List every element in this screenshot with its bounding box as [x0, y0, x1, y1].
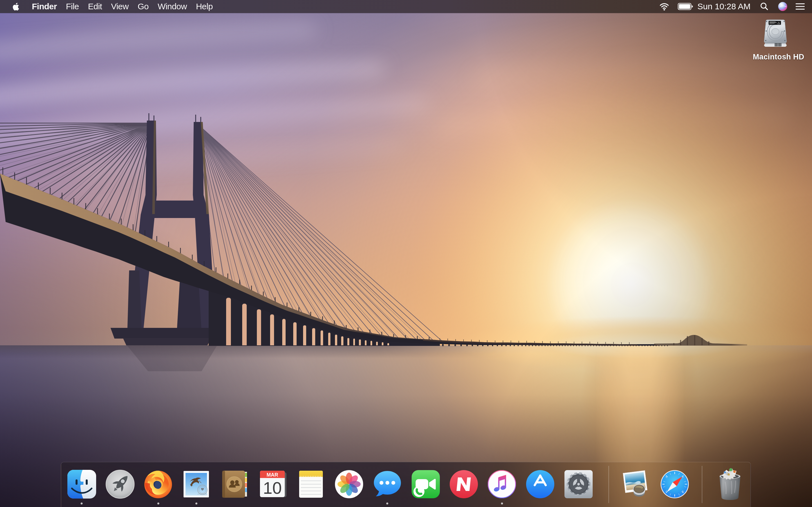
svg-text:10: 10 [263, 478, 282, 497]
svg-text:MAR: MAR [267, 472, 278, 478]
